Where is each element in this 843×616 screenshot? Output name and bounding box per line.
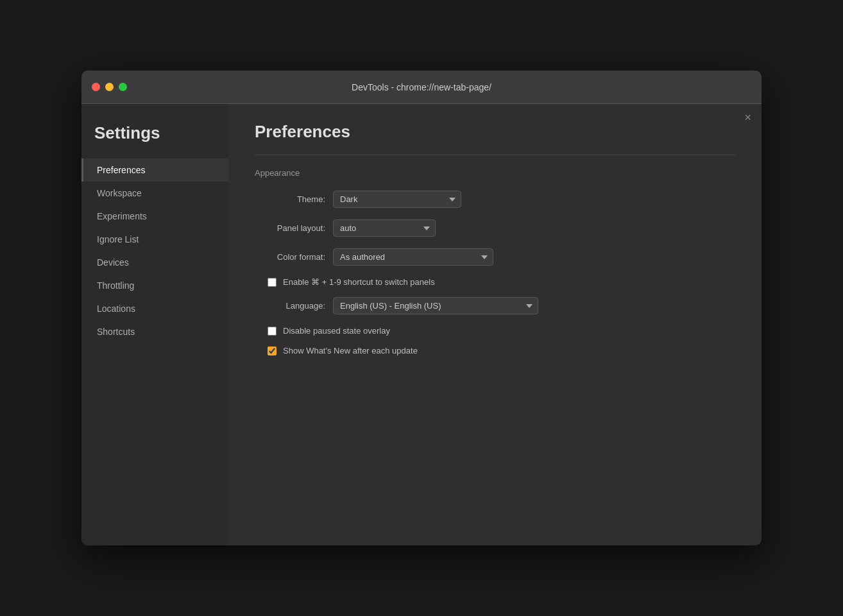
sidebar-item-experiments[interactable]: Experiments — [81, 205, 229, 228]
language-label: Language: — [255, 301, 325, 311]
theme-label: Theme: — [255, 194, 325, 204]
maximize-traffic-light[interactable] — [119, 83, 127, 91]
disable-paused-row: Disable paused state overlay — [268, 326, 736, 336]
language-select[interactable]: English (US) - English (US) System prefe… — [333, 297, 538, 314]
sidebar-item-preferences[interactable]: Preferences — [81, 158, 229, 182]
sidebar-item-ignore-list[interactable]: Ignore List — [81, 228, 229, 251]
main-panel: × Preferences Appearance Theme: Default … — [229, 104, 762, 545]
main-body: Appearance Theme: Default Dark Light Sys… — [229, 155, 762, 545]
cmd-shortcut-row: Enable ⌘ + 1-9 shortcut to switch panels — [268, 277, 736, 287]
theme-row: Theme: Default Dark Light System prefere… — [255, 191, 736, 208]
show-whats-new-label[interactable]: Show What's New after each update — [283, 346, 418, 355]
language-row: Language: English (US) - English (US) Sy… — [255, 297, 736, 314]
show-whats-new-checkbox[interactable] — [268, 346, 277, 355]
close-traffic-light[interactable] — [92, 83, 100, 91]
theme-select[interactable]: Default Dark Light System preference — [333, 191, 461, 208]
sidebar-link-ignore-list[interactable]: Ignore List — [81, 228, 229, 251]
disable-paused-label[interactable]: Disable paused state overlay — [283, 326, 390, 336]
main-header: Preferences — [229, 104, 762, 155]
sidebar-item-locations[interactable]: Locations — [81, 297, 229, 320]
sidebar-item-devices[interactable]: Devices — [81, 251, 229, 274]
settings-close-button[interactable]: × — [744, 112, 751, 123]
sidebar-link-shortcuts[interactable]: Shortcuts — [81, 320, 229, 343]
traffic-lights — [92, 83, 127, 91]
color-format-select[interactable]: As authored HEX RGB HSL — [333, 248, 493, 266]
appearance-section-title: Appearance — [255, 168, 736, 178]
sidebar-item-shortcuts[interactable]: Shortcuts — [81, 320, 229, 343]
sidebar-link-workspace[interactable]: Workspace — [81, 182, 229, 205]
panel-layout-label: Panel layout: — [255, 223, 325, 233]
content-area: Settings Preferences Workspace Experimen… — [81, 104, 762, 545]
sidebar-heading: Settings — [81, 123, 229, 158]
cmd-shortcut-label[interactable]: Enable ⌘ + 1-9 shortcut to switch panels — [283, 277, 435, 287]
disable-paused-checkbox[interactable] — [268, 327, 277, 336]
minimize-traffic-light[interactable] — [105, 83, 114, 91]
sidebar-link-locations[interactable]: Locations — [81, 297, 229, 320]
devtools-window: DevTools - chrome://new-tab-page/ Settin… — [81, 71, 762, 545]
sidebar-item-throttling[interactable]: Throttling — [81, 274, 229, 297]
show-whats-new-row: Show What's New after each update — [268, 346, 736, 355]
appearance-divider — [255, 155, 736, 155]
sidebar-link-devices[interactable]: Devices — [81, 251, 229, 274]
titlebar: DevTools - chrome://new-tab-page/ — [81, 71, 762, 104]
sidebar-link-throttling[interactable]: Throttling — [81, 274, 229, 297]
sidebar-item-workspace[interactable]: Workspace — [81, 182, 229, 205]
color-format-label: Color format: — [255, 252, 325, 262]
page-title: Preferences — [255, 122, 736, 142]
window-title: DevTools - chrome://new-tab-page/ — [352, 82, 491, 92]
panel-layout-select[interactable]: auto horizontal vertical — [333, 219, 436, 237]
cmd-shortcut-checkbox[interactable] — [268, 278, 277, 287]
sidebar-nav: Preferences Workspace Experiments Ignore… — [81, 158, 229, 343]
sidebar: Settings Preferences Workspace Experimen… — [81, 104, 229, 545]
sidebar-link-experiments[interactable]: Experiments — [81, 205, 229, 228]
color-format-row: Color format: As authored HEX RGB HSL — [255, 248, 736, 266]
panel-layout-row: Panel layout: auto horizontal vertical — [255, 219, 736, 237]
sidebar-link-preferences[interactable]: Preferences — [81, 158, 229, 182]
